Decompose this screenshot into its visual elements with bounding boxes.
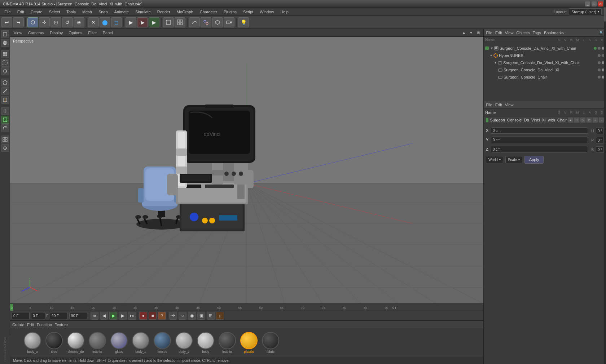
- prev-frame-button[interactable]: ◀: [100, 312, 108, 320]
- rotate-tool-button[interactable]: [1, 124, 9, 132]
- scene-item-chair[interactable]: Surgeon_Console_Chair: [484, 74, 606, 81]
- vp-menu-options[interactable]: Options: [67, 30, 84, 36]
- stop-button[interactable]: ■: [149, 312, 157, 320]
- obj-icon-1[interactable]: ■: [568, 117, 573, 123]
- minimize-button[interactable]: _: [585, 1, 590, 6]
- scene-item-root[interactable]: ▼ Surgeon_Console_Da_Vinci_XI_with_Chair: [484, 45, 606, 52]
- scale-dropdown[interactable]: Scale: [505, 156, 522, 163]
- timeline-btn-3[interactable]: ◉: [188, 312, 196, 320]
- vp-menu-filter[interactable]: Filter: [87, 30, 98, 36]
- record-button[interactable]: ●: [139, 312, 147, 320]
- scene-item-davinci[interactable]: Surgeon_Console_Da_Vinci_XI: [484, 66, 606, 74]
- timeline[interactable]: 0 5 10 15 20 25 30 35 40 45 50: [10, 303, 483, 311]
- obj-icon-5[interactable]: +: [593, 117, 598, 123]
- vp-icon-1[interactable]: ▲: [461, 30, 467, 36]
- scale-mode-button[interactable]: ⊡: [50, 17, 61, 27]
- current-frame-field[interactable]: 0 F: [12, 312, 30, 319]
- mat-menu-texture[interactable]: Texture: [55, 323, 68, 327]
- keyframe-button[interactable]: ✛: [169, 312, 177, 320]
- material-tires[interactable]: tires: [45, 332, 63, 354]
- attr-menu-edit[interactable]: Edit: [495, 103, 502, 107]
- mat-menu-create[interactable]: Create: [12, 323, 24, 327]
- obj-icon-6[interactable]: →: [599, 117, 604, 123]
- coord-x-input[interactable]: 0 cm: [491, 127, 588, 134]
- obj-icon-3[interactable]: ▷: [580, 117, 585, 123]
- scene-search-icon[interactable]: 🔍: [599, 30, 604, 35]
- vp-menu-display[interactable]: Display: [48, 30, 64, 36]
- close-button[interactable]: ✕: [598, 1, 603, 6]
- camera-button[interactable]: [224, 17, 234, 27]
- vp-icon-3[interactable]: ⊞: [475, 30, 481, 36]
- go-to-start-button[interactable]: ⏮: [91, 312, 98, 320]
- menu-render[interactable]: Render: [154, 9, 173, 15]
- scene-menu-edit[interactable]: Edit: [495, 31, 502, 35]
- material-plastic[interactable]: plastic: [240, 332, 258, 354]
- menu-help[interactable]: Help: [277, 9, 291, 15]
- scene-menu-file[interactable]: File: [486, 31, 492, 35]
- render-region-button[interactable]: ▶: [126, 17, 136, 27]
- render-active-button[interactable]: ▶: [137, 17, 148, 27]
- timeline-btn-2[interactable]: ○: [179, 312, 186, 320]
- points-select-button[interactable]: ⬤: [100, 17, 110, 27]
- frame-input[interactable]: 0 F: [31, 312, 45, 319]
- vp-menu-view[interactable]: View: [12, 30, 24, 36]
- lasso-button[interactable]: [1, 67, 9, 75]
- end-frame-field[interactable]: 90 F: [69, 312, 87, 319]
- move-mode-button[interactable]: ✛: [39, 17, 50, 27]
- timeline-btn-6[interactable]: |||: [216, 312, 224, 320]
- snap-button[interactable]: [1, 144, 9, 152]
- model-mode-button[interactable]: [1, 30, 9, 38]
- scrollbar-thumb[interactable]: [604, 7, 606, 22]
- apply-button[interactable]: Apply: [524, 156, 544, 164]
- scene-expand-root[interactable]: ▼: [490, 46, 493, 50]
- material-body[interactable]: body: [196, 332, 215, 354]
- coord-b-input[interactable]: 0 °: [596, 146, 604, 153]
- texture-mode-button[interactable]: [1, 39, 9, 47]
- menu-window[interactable]: Window: [257, 9, 277, 15]
- right-scrollbar[interactable]: [604, 0, 606, 364]
- layout-dropdown[interactable]: Startup (User): [569, 8, 602, 15]
- vp-menu-panel[interactable]: Panel: [101, 30, 114, 36]
- menu-script[interactable]: Script: [240, 9, 256, 15]
- rotate-mode-button[interactable]: ↺: [62, 17, 73, 27]
- light-button[interactable]: 💡: [238, 17, 249, 27]
- selection-rect-button[interactable]: [1, 59, 9, 67]
- material-fabric[interactable]: fabric: [261, 332, 280, 354]
- coord-h-input[interactable]: 0 °: [596, 128, 604, 134]
- menu-mograph[interactable]: MoGraph: [174, 9, 196, 15]
- menu-file[interactable]: File: [1, 9, 14, 15]
- select-all-button[interactable]: [1, 50, 9, 58]
- redo-button[interactable]: ↪: [13, 17, 24, 27]
- attr-menu-view[interactable]: View: [505, 103, 514, 107]
- obj-icon-2[interactable]: □: [574, 117, 579, 123]
- object-select-button[interactable]: ✕: [88, 17, 99, 27]
- mat-menu-edit[interactable]: Edit: [27, 323, 34, 327]
- menu-simulate[interactable]: Simulate: [132, 9, 154, 15]
- edges-select-button[interactable]: ◻: [111, 17, 122, 27]
- xform-button[interactable]: [201, 17, 211, 27]
- scene-menu-objects[interactable]: Objects: [516, 31, 530, 35]
- material-body1[interactable]: body_1: [131, 332, 150, 354]
- timeline-btn-4[interactable]: ▣: [197, 312, 205, 320]
- perspective-view-button[interactable]: [163, 17, 174, 27]
- scale-tool-button[interactable]: [1, 116, 9, 124]
- scene-item-hypernurbs[interactable]: ▼ HyperNURBS: [484, 52, 606, 59]
- go-to-end-button[interactable]: ⏭: [128, 312, 136, 320]
- move-tool-button[interactable]: [1, 107, 9, 115]
- vp-menu-cameras[interactable]: Cameras: [27, 30, 46, 36]
- deformer-button[interactable]: [212, 17, 223, 27]
- loop-cut-button[interactable]: [1, 96, 9, 104]
- next-frame-button[interactable]: ▶: [119, 312, 127, 320]
- vp-icon-2[interactable]: ▼: [468, 30, 474, 36]
- menu-character[interactable]: Character: [197, 9, 220, 15]
- menu-create[interactable]: Create: [28, 9, 45, 15]
- coord-z-input[interactable]: 0 cm: [491, 146, 588, 152]
- auto-key-button[interactable]: ?: [158, 312, 166, 320]
- multiview-button[interactable]: [175, 17, 185, 27]
- coord-p-input[interactable]: 0 °: [596, 137, 604, 143]
- menu-mesh[interactable]: Mesh: [79, 9, 95, 15]
- max-frame-field[interactable]: 90 F: [50, 312, 68, 319]
- material-body3[interactable]: body_3: [23, 332, 42, 354]
- menu-edit[interactable]: Edit: [14, 9, 27, 15]
- material-lenses[interactable]: lenses: [153, 332, 172, 354]
